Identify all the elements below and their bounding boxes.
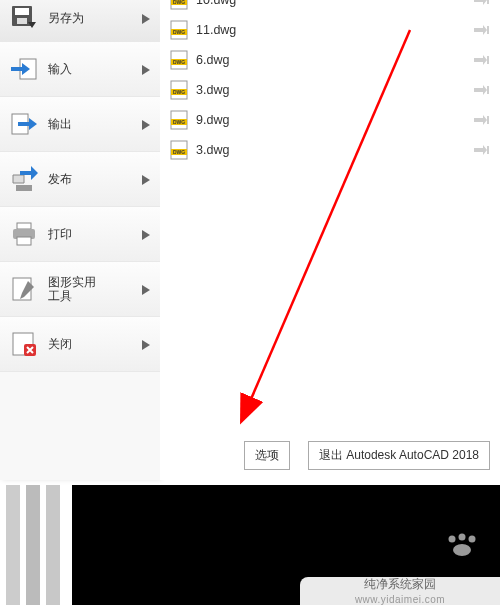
svg-text:DWG: DWG: [173, 0, 185, 5]
svg-rect-15: [487, 0, 489, 4]
recent-file-item[interactable]: DWG 3.dwg: [160, 135, 500, 165]
svg-text:DWG: DWG: [173, 89, 185, 95]
print-icon: [10, 220, 38, 248]
close-icon: [10, 330, 38, 358]
recent-file-item[interactable]: DWG 6.dwg: [160, 45, 500, 75]
menu-label: 关闭: [48, 337, 142, 351]
submenu-arrow-icon: [142, 284, 150, 294]
menu-label: 另存为: [48, 11, 142, 25]
dwg-file-icon: DWG: [170, 80, 188, 100]
svg-rect-27: [487, 86, 489, 94]
menu-label: 输入: [48, 62, 142, 76]
recent-file-item[interactable]: DWG 3.dwg: [160, 75, 500, 105]
svg-text:DWG: DWG: [173, 119, 185, 125]
svg-rect-5: [16, 185, 32, 191]
file-name: 11.dwg: [196, 23, 474, 37]
import-icon: [10, 55, 38, 83]
submenu-arrow-icon: [142, 13, 150, 23]
recent-files-panel: DWG 10.dwg DWG 11.dwg DWG 6.dwg DWG 3.dw…: [160, 0, 500, 480]
options-button[interactable]: 选项: [244, 441, 290, 470]
tools-icon: [10, 275, 38, 303]
submenu-arrow-icon: [142, 64, 150, 74]
menu-import[interactable]: 输入: [0, 42, 160, 97]
file-name: 3.dwg: [196, 83, 474, 97]
svg-text:DWG: DWG: [173, 29, 185, 35]
menu-label: 发布: [48, 172, 142, 186]
file-name: 10.dwg: [196, 0, 474, 7]
svg-rect-35: [487, 146, 489, 154]
pin-icon[interactable]: [474, 53, 490, 67]
decorative-bars: [0, 485, 72, 605]
svg-rect-31: [487, 116, 489, 124]
svg-point-38: [459, 534, 466, 541]
svg-rect-6: [17, 223, 31, 229]
svg-point-39: [469, 536, 476, 543]
pawprint-logo: [444, 533, 480, 557]
watermark-url: www.yidaimei.com: [300, 592, 500, 605]
svg-rect-8: [17, 237, 31, 245]
pin-icon[interactable]: [474, 113, 490, 127]
svg-rect-23: [487, 56, 489, 64]
file-name: 3.dwg: [196, 143, 474, 157]
menu-publish[interactable]: 发布: [0, 152, 160, 207]
svg-point-40: [453, 544, 471, 556]
recent-file-item[interactable]: DWG 10.dwg: [160, 0, 500, 15]
watermark-text: 纯净系统家园: [300, 577, 500, 592]
watermark: 纯净系统家园 www.yidaimei.com: [300, 577, 500, 605]
menu-drawing-utilities[interactable]: 图形实用 工具: [0, 262, 160, 317]
svg-rect-2: [17, 18, 27, 24]
menu-export[interactable]: 输出: [0, 97, 160, 152]
svg-rect-19: [487, 26, 489, 34]
svg-text:DWG: DWG: [173, 149, 185, 155]
menu-close[interactable]: 关闭: [0, 317, 160, 372]
dwg-file-icon: DWG: [170, 50, 188, 70]
pin-icon[interactable]: [474, 143, 490, 157]
recent-file-item[interactable]: DWG 9.dwg: [160, 105, 500, 135]
publish-icon: [10, 165, 38, 193]
submenu-arrow-icon: [142, 339, 150, 349]
dwg-file-icon: DWG: [170, 20, 188, 40]
pin-icon[interactable]: [474, 0, 490, 7]
submenu-arrow-icon: [142, 174, 150, 184]
menu-label: 图形实用 工具: [48, 275, 142, 304]
dwg-file-icon: DWG: [170, 110, 188, 130]
menu-saveas[interactable]: 另存为: [0, 0, 160, 42]
submenu-arrow-icon: [142, 229, 150, 239]
submenu-arrow-icon: [142, 119, 150, 129]
app-menu-sidebar: 另存为 输入 输出 发: [0, 0, 160, 480]
menu-label: 打印: [48, 227, 142, 241]
menu-print[interactable]: 打印: [0, 207, 160, 262]
menu-label: 输出: [48, 117, 142, 131]
svg-point-37: [449, 536, 456, 543]
pin-icon[interactable]: [474, 23, 490, 37]
dwg-file-icon: DWG: [170, 0, 188, 10]
export-icon: [10, 110, 38, 138]
recent-file-item[interactable]: DWG 11.dwg: [160, 15, 500, 45]
file-name: 6.dwg: [196, 53, 474, 67]
pin-icon[interactable]: [474, 83, 490, 97]
dwg-file-icon: DWG: [170, 140, 188, 160]
file-name: 9.dwg: [196, 113, 474, 127]
svg-rect-1: [15, 8, 29, 15]
saveas-icon: [10, 4, 38, 32]
exit-button[interactable]: 退出 Autodesk AutoCAD 2018: [308, 441, 490, 470]
svg-text:DWG: DWG: [173, 59, 185, 65]
